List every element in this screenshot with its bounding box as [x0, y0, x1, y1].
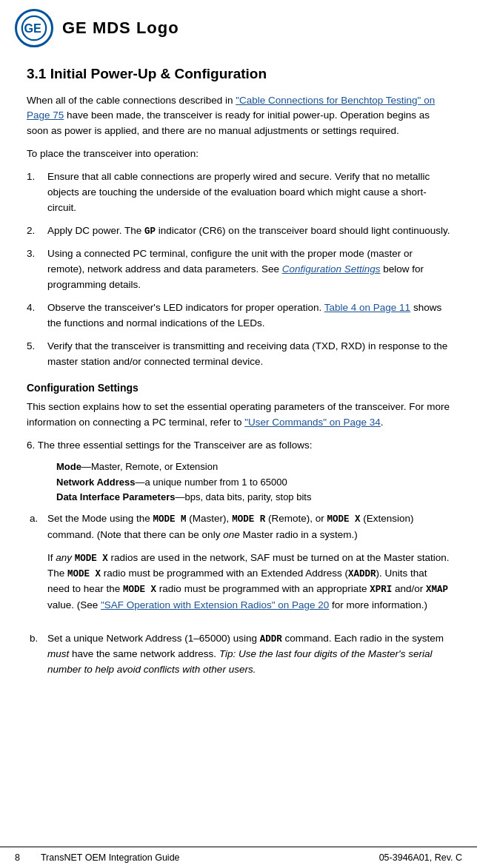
- one-italic: one: [223, 529, 240, 540]
- mode-x3: MODE X: [67, 569, 101, 579]
- list-content-4: Observe the transceiver's LED indicators…: [47, 300, 450, 332]
- alpha-a-para1: Set the Mode using the MODE M (Master), …: [47, 511, 450, 542]
- list-content-5: Verify that the transceiver is transmitt…: [47, 339, 450, 370]
- config-intro-part2: .: [381, 417, 384, 428]
- footer-title: TransNET OEM Integration Guide: [41, 851, 180, 864]
- config-settings-link[interactable]: Configuration Settings: [282, 263, 381, 275]
- xpri: XPRI: [370, 585, 392, 595]
- table4-link[interactable]: Table 4 on Page 11: [324, 302, 410, 313]
- mode-line-3: Data Interface Parameters—bps, data bits…: [56, 490, 450, 505]
- intro-text-1: When all of the cable connections descri…: [27, 95, 236, 106]
- header: GE GE MDS Logo: [0, 0, 477, 55]
- gp-indicator: GP: [144, 226, 156, 237]
- list-num-2: 2.: [27, 223, 47, 239]
- list-content-3: Using a connected PC terminal, configure…: [47, 246, 450, 293]
- footer-page-num: 8: [15, 851, 20, 864]
- alpha-b-label: b.: [27, 631, 47, 685]
- list-num-5: 5.: [27, 339, 47, 370]
- mode-line-2: Network Address—a unique number from 1 t…: [56, 475, 450, 491]
- item-6-intro: 6. The three essential settings for the …: [27, 438, 450, 454]
- alpha-list: a. Set the Mode using the MODE M (Master…: [27, 511, 450, 685]
- alpha-a-label: a.: [27, 511, 47, 620]
- intro-paragraph: When all of the cable connections descri…: [27, 93, 450, 140]
- footer-left: 8 TransNET OEM Integration Guide: [15, 851, 180, 864]
- saf-operation-link[interactable]: "SAF Operation with Extension Radios" on…: [101, 599, 329, 610]
- alpha-a-content: Set the Mode using the MODE M (Master), …: [47, 511, 450, 620]
- alpha-item-a: a. Set the Mode using the MODE M (Master…: [27, 511, 450, 620]
- mode-x4: MODE X: [123, 585, 156, 595]
- addr-cmd: ADDR: [260, 634, 282, 645]
- list-num-3: 3.: [27, 246, 47, 293]
- intro-text-2: have been made, the transceiver is ready…: [27, 110, 430, 136]
- list-item-1: 1. Ensure that all cable connections are…: [27, 169, 450, 216]
- mode-block: Mode—Master, Remote, or Extension Networ…: [56, 460, 450, 505]
- mode-x: MODE X: [327, 514, 360, 525]
- mode-x2: MODE X: [75, 554, 108, 564]
- footer-doc-ref: 05-3946A01, Rev. C: [379, 851, 462, 864]
- list-num-1: 1.: [27, 169, 47, 216]
- logo-icon: GE: [15, 9, 53, 47]
- any-italic: any: [56, 552, 72, 563]
- network-address-bold: Network Address: [56, 477, 135, 488]
- must-italic: must: [47, 648, 69, 659]
- config-intro-text: This section explains how to set the ess…: [27, 400, 450, 431]
- mode-line-1: Mode—Master, Remote, or Extension: [56, 460, 450, 475]
- main-content: 3.1 Initial Power-Up & Configuration Whe…: [0, 55, 477, 847]
- data-interface-bold: Data Interface Parameters: [56, 491, 175, 502]
- alpha-item-b: b. Set a unique Network Address (1–65000…: [27, 631, 450, 685]
- logo-text: GE MDS Logo: [62, 16, 179, 40]
- section-title: 3.1 Initial Power-Up & Configuration: [27, 64, 450, 84]
- xaddr: XADDR: [348, 569, 376, 579]
- xmap: XMAP: [426, 585, 448, 595]
- operation-intro: To place the transceiver into operation:: [27, 147, 450, 162]
- alpha-b-content: Set a unique Network Address (1–65000) u…: [47, 631, 450, 685]
- tip-italic: Tip: Use the last four digits of the Mas…: [47, 648, 432, 675]
- list-content-2: Apply DC power. The GP indicator (CR6) o…: [47, 223, 450, 239]
- list-num-4: 4.: [27, 300, 47, 332]
- user-commands-link[interactable]: "User Commands" on Page 34: [244, 417, 381, 428]
- svg-text:GE: GE: [24, 21, 42, 35]
- list-item-2: 2. Apply DC power. The GP indicator (CR6…: [27, 223, 450, 239]
- list-item-5: 5. Verify that the transceiver is transm…: [27, 339, 450, 370]
- mode-bold: Mode: [56, 461, 81, 472]
- footer: 8 TransNET OEM Integration Guide 05-3946…: [0, 847, 477, 868]
- list-item-4: 4. Observe the transceiver's LED indicat…: [27, 300, 450, 332]
- config-section-title: Configuration Settings: [27, 380, 450, 395]
- mode-m: MODE M: [153, 514, 187, 525]
- alpha-a-para2: If any MODE X radios are used in the net…: [47, 551, 450, 613]
- config-intro-part1: This section explains how to set the ess…: [27, 401, 450, 428]
- alpha-b-para1: Set a unique Network Address (1–65000) u…: [47, 631, 450, 678]
- ge-logo-svg: GE: [21, 15, 47, 41]
- list-content-1: Ensure that all cable connections are pr…: [47, 169, 450, 216]
- numbered-list: 1. Ensure that all cable connections are…: [27, 169, 450, 370]
- page-container: GE GE MDS Logo 3.1 Initial Power-Up & Co…: [0, 0, 477, 868]
- mode-r: MODE R: [232, 514, 265, 525]
- list-item-3: 3. Using a connected PC terminal, config…: [27, 246, 450, 293]
